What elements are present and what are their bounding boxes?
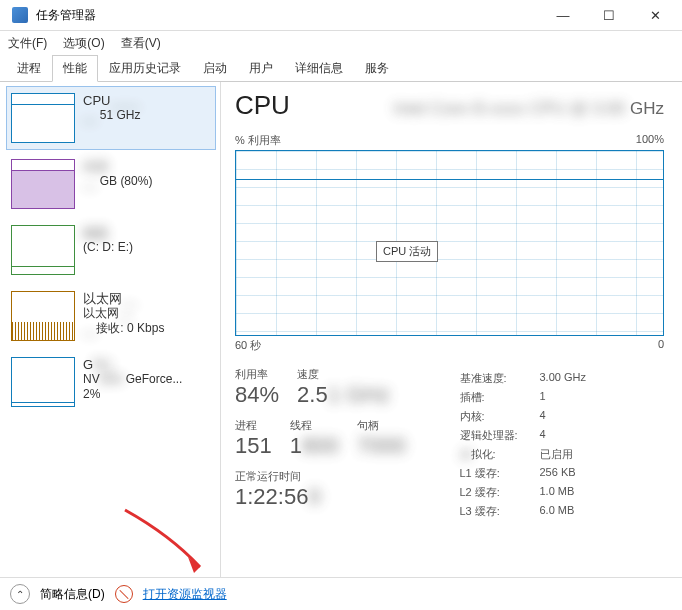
- sockets-value: 1: [540, 390, 546, 405]
- stats-left-col: 利用率 84% 速度 2.51 GHz 进程 151: [235, 367, 440, 519]
- sidebar-text: CPU____ __ 51 GHz: [83, 93, 211, 143]
- virt-label: 虚拟化:: [460, 447, 540, 462]
- uptime-value: 1:22:560: [235, 484, 440, 510]
- util-label: 利用率: [235, 367, 279, 382]
- titlebar: 任务管理器 — ☐ ✕: [0, 0, 682, 31]
- logical-value: 4: [540, 428, 546, 443]
- chart-ylabel: % 利用率: [235, 133, 281, 148]
- window-title: 任务管理器: [36, 7, 540, 24]
- base-speed-value: 3.00 GHz: [540, 371, 586, 386]
- cpu-title: CPU: [235, 90, 290, 121]
- tab-app-history[interactable]: 应用历史记录: [98, 55, 192, 82]
- l1-label: L1 缓存:: [460, 466, 540, 481]
- sidebar-disk-sub: (C: D: E:): [83, 240, 211, 255]
- chart-header: % 利用率 100%: [235, 133, 664, 148]
- window-controls: — ☐ ✕: [540, 0, 678, 30]
- body: CPU____ __ 51 GHz 内存 __ GB (80%) 磁盘 (C: …: [0, 82, 682, 577]
- sidebar-item-memory[interactable]: 内存 __ GB (80%): [6, 152, 216, 216]
- stats-right-col: 基准速度:3.00 GHz 插槽:1 内核:4 逻辑处理器:4 虚拟化:已启用 …: [460, 367, 665, 519]
- sidebar-mem-sub: __ GB (80%): [83, 174, 211, 189]
- sidebar-mem-title: 内存: [83, 159, 211, 174]
- sidebar-item-disk[interactable]: 磁盘 (C: D: E:): [6, 218, 216, 282]
- sidebar-text: 以太网__ 以太网__ __接收: 0 Kbps: [83, 291, 211, 341]
- sidebar-cpu-title: CPU____: [83, 93, 211, 108]
- disk-thumb-icon: [11, 225, 75, 275]
- close-button[interactable]: ✕: [632, 0, 678, 30]
- minimize-button[interactable]: —: [540, 0, 586, 30]
- sidebar-net-sub2: __接收: 0 Kbps: [83, 321, 211, 336]
- virt-value: 已启用: [540, 447, 573, 462]
- base-speed-label: 基准速度:: [460, 371, 540, 386]
- tab-startup[interactable]: 启动: [192, 55, 238, 82]
- sidebar-item-ethernet[interactable]: 以太网__ 以太网__ __接收: 0 Kbps: [6, 284, 216, 348]
- l3-value: 6.0 MB: [540, 504, 575, 519]
- handles-label: 句柄: [357, 418, 406, 433]
- cores-value: 4: [540, 409, 546, 424]
- cpu-model: Intel Core i5-xxxx CPU @ 3.00 GHz: [394, 99, 664, 119]
- menu-view[interactable]: 查看(V): [121, 35, 161, 52]
- sidebar-text: 内存 __ GB (80%): [83, 159, 211, 209]
- threads-label: 线程: [290, 418, 339, 433]
- maximize-button[interactable]: ☐: [586, 0, 632, 30]
- proc-value: 151: [235, 433, 272, 459]
- task-manager-window: 任务管理器 — ☐ ✕ 文件(F) 选项(O) 查看(V) 进程 性能 应用历史…: [0, 0, 682, 610]
- l2-value: 1.0 MB: [540, 485, 575, 500]
- open-resource-monitor-link[interactable]: 打开资源监视器: [143, 586, 227, 603]
- sidebar-net-sub1: 以太网__: [83, 306, 211, 321]
- tab-users[interactable]: 用户: [238, 55, 284, 82]
- resmon-icon: [115, 585, 133, 603]
- sidebar-text: GPU NVIDIA GeForce... 2%: [83, 357, 211, 407]
- sockets-label: 插槽:: [460, 390, 540, 405]
- tab-processes[interactable]: 进程: [6, 55, 52, 82]
- l2-label: L2 缓存:: [460, 485, 540, 500]
- chart-ymax: 100%: [636, 133, 664, 148]
- menubar: 文件(F) 选项(O) 查看(V): [0, 31, 682, 55]
- tab-performance[interactable]: 性能: [52, 55, 98, 82]
- fewer-details-link[interactable]: 简略信息(D): [40, 586, 105, 603]
- uptime-label: 正常运行时间: [235, 469, 440, 484]
- menu-file[interactable]: 文件(F): [8, 35, 47, 52]
- menu-options[interactable]: 选项(O): [63, 35, 104, 52]
- chart-footer: 60 秒 0: [235, 338, 664, 353]
- sidebar-gpu-sub1: NVIDIA GeForce...: [83, 372, 211, 387]
- l1-value: 256 KB: [540, 466, 576, 481]
- chart-xlabel-left: 60 秒: [235, 338, 261, 353]
- sidebar-cpu-sub: __ 51 GHz: [83, 108, 211, 123]
- main-panel: CPU Intel Core i5-xxxx CPU @ 3.00 GHz % …: [221, 82, 682, 577]
- l3-label: L3 缓存:: [460, 504, 540, 519]
- gpu-thumb-icon: [11, 357, 75, 407]
- main-header: CPU Intel Core i5-xxxx CPU @ 3.00 GHz: [235, 90, 664, 121]
- cpu-stats: 利用率 84% 速度 2.51 GHz 进程 151: [235, 367, 664, 519]
- chart-xlabel-right: 0: [658, 338, 664, 353]
- chart-trace: [236, 179, 663, 180]
- handles-value: 7000: [357, 433, 406, 459]
- sidebar-gpu-sub2: 2%: [83, 387, 211, 402]
- cpu-utilization-chart[interactable]: CPU 活动: [235, 150, 664, 336]
- proc-label: 进程: [235, 418, 272, 433]
- ethernet-thumb-icon: [11, 291, 75, 341]
- tab-details[interactable]: 详细信息: [284, 55, 354, 82]
- tab-bar: 进程 性能 应用历史记录 启动 用户 详细信息 服务: [0, 55, 682, 82]
- sidebar: CPU____ __ 51 GHz 内存 __ GB (80%) 磁盘 (C: …: [0, 82, 221, 577]
- collapse-icon[interactable]: ⌃: [10, 584, 30, 604]
- sidebar-text: 磁盘 (C: D: E:): [83, 225, 211, 275]
- memory-thumb-icon: [11, 159, 75, 209]
- speed-label: 速度: [297, 367, 390, 382]
- threads-value: 1800: [290, 433, 339, 459]
- statusbar: ⌃ 简略信息(D) 打开资源监视器: [0, 577, 682, 610]
- cpu-thumb-icon: [11, 93, 75, 143]
- util-value: 84%: [235, 382, 279, 408]
- cores-label: 内核:: [460, 409, 540, 424]
- sidebar-disk-title: 磁盘: [83, 225, 211, 240]
- sidebar-gpu-title: GPU: [83, 357, 211, 372]
- sidebar-item-gpu[interactable]: GPU NVIDIA GeForce... 2%: [6, 350, 216, 414]
- app-icon: [12, 7, 28, 23]
- tab-services[interactable]: 服务: [354, 55, 400, 82]
- sidebar-item-cpu[interactable]: CPU____ __ 51 GHz: [6, 86, 216, 150]
- logical-label: 逻辑处理器:: [460, 428, 540, 443]
- sidebar-net-title: 以太网__: [83, 291, 211, 306]
- chart-tooltip: CPU 活动: [376, 241, 438, 262]
- speed-value: 2.51 GHz: [297, 382, 390, 408]
